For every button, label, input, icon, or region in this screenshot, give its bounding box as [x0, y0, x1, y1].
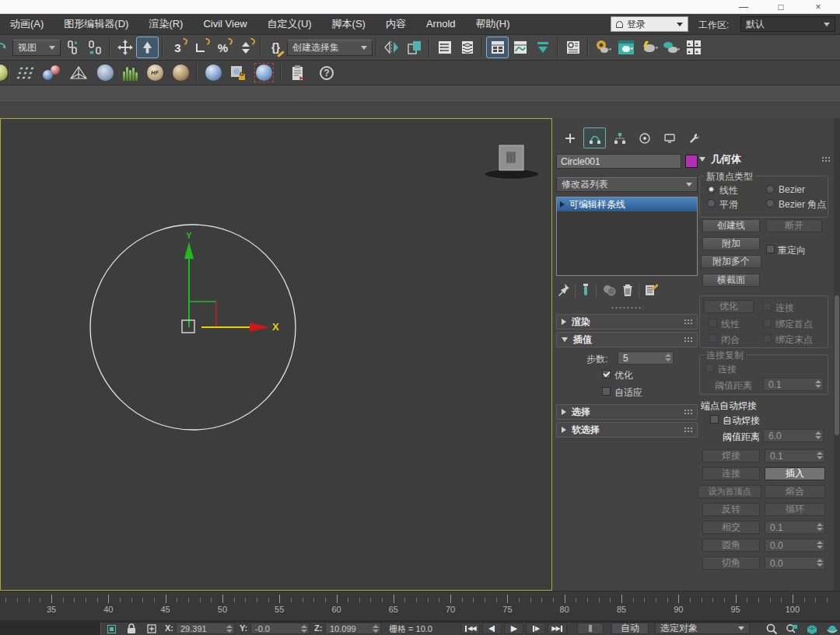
rollout-interpolation[interactable]: 插值 — [556, 332, 698, 347]
rendered-frame-window-icon[interactable] — [614, 37, 637, 58]
connect-checkbox[interactable] — [763, 302, 772, 311]
curve-editor-icon[interactable] — [509, 37, 531, 58]
z-coordinate-field[interactable]: 10.099 — [325, 623, 381, 634]
auto-weld-checkbox[interactable] — [710, 415, 719, 424]
play-button[interactable]: ▶ — [504, 623, 523, 634]
molecule-icon[interactable] — [39, 62, 65, 84]
rollout-selection[interactable]: 选择 — [556, 404, 698, 420]
scene-explorer-icon[interactable] — [456, 37, 478, 58]
tab-create[interactable] — [558, 127, 581, 148]
cycle-button[interactable]: 循环 — [765, 503, 825, 516]
steps-spinner[interactable]: 5 — [618, 351, 674, 365]
transform-gizmo[interactable]: Y X — [182, 231, 279, 333]
hair-fur-icon[interactable]: HF — [142, 62, 168, 84]
attach-button[interactable]: 附加 — [702, 237, 760, 250]
toggle-ribbon-icon[interactable] — [486, 37, 509, 58]
cross-section-button[interactable]: 横截面 — [702, 274, 760, 287]
radio-linear[interactable] — [707, 185, 716, 194]
create-line-button[interactable]: 创建线 — [702, 219, 760, 232]
mirror-icon[interactable] — [380, 37, 403, 58]
chamfer-spinner[interactable]: 0.0 — [765, 556, 825, 570]
modifier-stack[interactable]: 可编辑样条线 — [556, 197, 698, 276]
tab-display[interactable] — [658, 127, 681, 148]
selection-lock-icon[interactable] — [124, 623, 138, 634]
menu-item[interactable]: 内容 — [376, 14, 416, 34]
spinner-arrows-icon[interactable] — [301, 625, 307, 633]
weld-threshold-spinner[interactable]: 0.1 — [765, 449, 825, 462]
cross-insert-button[interactable]: 相交 — [702, 521, 760, 534]
orbit-icon[interactable] — [823, 623, 840, 635]
layer-manager-icon[interactable] — [433, 37, 456, 58]
spinner-arrows-icon[interactable] — [817, 541, 823, 549]
dope-sheet-icon[interactable] — [531, 37, 554, 58]
object-name-field[interactable]: Circle001 — [556, 154, 681, 169]
closed-checkbox[interactable] — [709, 334, 717, 343]
spinner-arrows-icon[interactable] — [373, 625, 379, 633]
previous-frame-button[interactable]: ◀ — [482, 623, 502, 634]
percent-snap-icon[interactable]: % — [212, 37, 234, 58]
render-presets-icon[interactable] — [682, 37, 705, 58]
radio-bezier[interactable] — [766, 185, 775, 194]
spinner-arrows-icon[interactable] — [226, 625, 233, 633]
go-to-start-button[interactable]: ◀◀ — [460, 623, 480, 634]
menu-item[interactable]: Arnold — [416, 14, 466, 34]
spinner-snap-icon[interactable] — [234, 37, 257, 58]
menu-item[interactable]: Civil View — [193, 14, 257, 34]
align-icon[interactable] — [403, 37, 425, 58]
spinner-arrows-icon[interactable] — [815, 431, 821, 439]
scatter-icon[interactable] — [12, 62, 39, 84]
object-color-swatch[interactable] — [685, 155, 698, 168]
isolate-selection-icon[interactable] — [104, 623, 118, 634]
set-key-button[interactable] — [577, 623, 604, 634]
expand-icon[interactable] — [560, 201, 565, 208]
connect-button[interactable]: 连接 — [702, 467, 760, 480]
redo-icon[interactable] — [0, 37, 8, 58]
help-icon[interactable]: ? — [311, 62, 342, 84]
scene-object-box[interactable] — [485, 145, 539, 180]
zoom-extents-icon[interactable] — [803, 623, 821, 635]
menu-item[interactable]: 帮助(H) — [466, 14, 520, 34]
configure-modifier-sets-icon[interactable] — [644, 283, 658, 299]
remove-modifier-icon[interactable] — [621, 283, 634, 299]
fillet-spinner[interactable]: 0.0 — [765, 539, 825, 552]
menu-item[interactable]: 动画(A) — [0, 14, 54, 34]
zoom-region-icon[interactable] — [782, 623, 801, 635]
viewport-front[interactable]: Y X — [0, 118, 552, 591]
go-to-end-button[interactable]: ▶▶ — [548, 623, 567, 634]
key-filter-dropdown[interactable]: 选定对象 — [655, 623, 750, 634]
optimize-checkbox[interactable] — [602, 370, 611, 379]
spinner-arrows-icon[interactable] — [817, 452, 823, 459]
material-override-icon[interactable] — [226, 62, 250, 84]
weld-button[interactable]: 焊接 — [702, 449, 760, 462]
render-settings-teapot-icon[interactable] — [592, 37, 614, 58]
sphere-icon[interactable] — [0, 62, 5, 84]
linear-checkbox[interactable] — [709, 319, 717, 327]
menu-item[interactable]: 图形编辑器(D) — [54, 14, 138, 34]
named-selection-set-field[interactable]: 创建选择集 — [287, 40, 373, 56]
unlink-selection-icon[interactable] — [83, 37, 106, 58]
rock-icon[interactable] — [92, 62, 118, 84]
render-production-icon[interactable] — [637, 37, 660, 58]
login-button[interactable]: 登录 — [611, 16, 688, 32]
spinner-arrows-icon[interactable] — [815, 380, 821, 388]
connect-copy-threshold-spinner[interactable]: 0.1 — [763, 378, 824, 391]
bind-last-checkbox[interactable] — [763, 334, 772, 343]
selected-sphere-icon[interactable] — [250, 62, 277, 84]
x-coordinate-field[interactable]: 29.391 — [176, 623, 235, 634]
connect-copy-checkbox[interactable] — [705, 364, 714, 372]
spinner-arrows-icon[interactable] — [665, 354, 671, 361]
workspace-dropdown[interactable]: 默认 — [740, 16, 835, 32]
cross-insert-spinner[interactable]: 0.1 — [765, 521, 825, 534]
rollout-rendering[interactable]: 渲染 — [556, 314, 698, 330]
show-end-result-icon[interactable] — [580, 283, 591, 299]
refine-button[interactable]: 优化 — [704, 300, 754, 313]
clipboard-icon[interactable] — [285, 62, 311, 84]
blue-sphere-icon[interactable] — [201, 62, 226, 84]
restore-button[interactable]: □ — [773, 1, 789, 13]
rollout-soft-selection[interactable]: 软选择 — [556, 422, 698, 438]
scrollbar-thumb[interactable] — [835, 295, 839, 435]
render-in-cloud-icon[interactable] — [660, 37, 682, 58]
grass-icon[interactable] — [118, 62, 142, 84]
menu-item[interactable]: 渲染(R) — [138, 14, 193, 34]
minimize-button[interactable]: — — [736, 1, 751, 13]
